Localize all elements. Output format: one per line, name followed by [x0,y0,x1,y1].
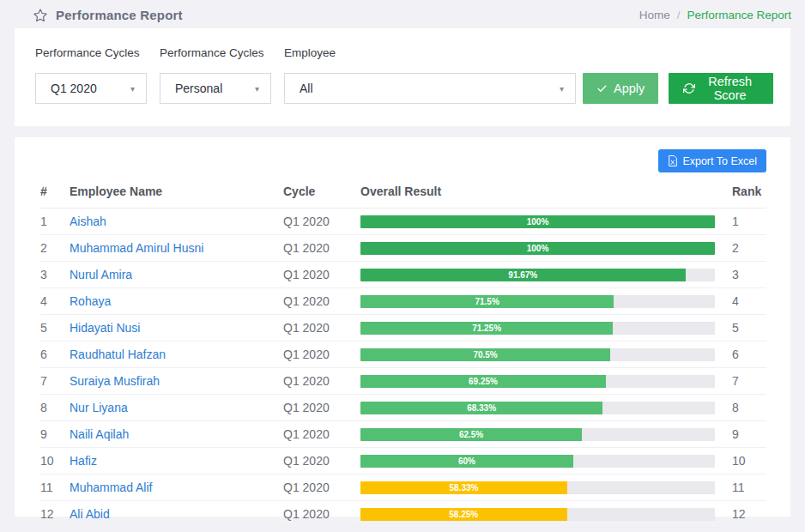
progress-bar-fill: 100% [360,242,715,255]
employee-name-link[interactable]: Nurul Amira [70,268,132,281]
export-to-excel-button[interactable]: Export To Excel [658,149,766,172]
apply-button[interactable]: Apply [583,73,658,104]
row-cycle: Q1 2020 [283,368,360,395]
check-icon [596,83,608,94]
report-table-card: Export To Excel # Employee Name Cycle Ov… [15,137,790,517]
row-rank: 5 [723,315,766,342]
cycle-type-label: Performance Cycles [160,46,271,59]
column-header-result: Overall Result [360,179,723,209]
cycle-type-value: Personal [175,82,222,95]
performance-cycle-select[interactable]: Q1 2020 ▾ [35,73,147,104]
row-number: 6 [40,342,70,368]
row-cycle: Q1 2020 [283,501,360,528]
progress-bar-track: 70.5% [360,348,715,361]
row-cycle: Q1 2020 [283,342,360,368]
row-rank: 12 [723,501,766,528]
row-rank: 4 [723,288,766,315]
progress-bar-track: 71.25% [360,322,715,335]
performance-table: # Employee Name Cycle Overall Result Ran… [40,179,766,528]
breadcrumb-separator: / [677,9,681,21]
row-number: 1 [40,209,70,235]
table-row: 3 Nurul Amira Q1 2020 91.67% 3 [40,262,766,288]
progress-bar-fill: 58.33% [360,481,567,494]
row-number: 3 [40,262,70,288]
progress-percent-label: 68.33% [467,403,496,413]
row-rank: 9 [723,421,766,448]
favorite-star-icon[interactable] [33,8,48,23]
employee-name-link[interactable]: Nur Liyana [70,401,128,414]
progress-bar-fill: 60% [360,455,573,468]
employee-name-link[interactable]: Ali Abid [70,507,110,521]
employee-name-link[interactable]: Raudhatul Hafzan [70,348,166,361]
progress-percent-label: 62.5% [459,430,483,439]
progress-percent-label: 58.25% [449,510,478,519]
row-cycle: Q1 2020 [283,448,360,475]
employee-name-link[interactable]: Muhammad Alif [70,481,152,494]
row-rank: 2 [723,235,766,262]
breadcrumb-home-link[interactable]: Home [639,9,670,21]
progress-bar-fill: 69.25% [360,375,606,388]
table-row: 4 Rohaya Q1 2020 71.5% 4 [40,288,766,315]
performance-cycle-value: Q1 2020 [51,82,97,95]
column-header-employee: Employee Name [70,179,283,209]
row-cycle: Q1 2020 [283,421,360,448]
row-rank: 11 [723,475,766,501]
row-rank: 8 [723,395,766,421]
filter-card: Performance Cycles Q1 2020 ▾ Performance… [15,28,790,126]
progress-bar-fill: 71.5% [360,295,614,308]
row-rank: 1 [723,209,766,235]
table-row: 10 Hafiz Q1 2020 60% 10 [40,448,766,475]
row-rank: 6 [723,342,766,368]
employee-name-link[interactable]: Hidayati Nusi [70,321,140,335]
row-rank: 7 [723,368,766,395]
progress-percent-label: 58.33% [449,483,478,493]
progress-bar-track: 91.67% [360,269,715,281]
chevron-down-icon: ▾ [255,84,259,94]
table-row: 9 Naili Aqilah Q1 2020 62.5% 9 [40,421,766,448]
employee-name-link[interactable]: Aishah [70,215,106,228]
table-row: 8 Nur Liyana Q1 2020 68.33% 8 [40,395,766,421]
cycle-type-select[interactable]: Personal ▾ [160,73,271,104]
table-row: 12 Ali Abid Q1 2020 58.25% 12 [40,501,766,528]
row-cycle: Q1 2020 [283,395,360,421]
table-row: 7 Suraiya Musfirah Q1 2020 69.25% 7 [40,368,766,395]
progress-percent-label: 69.25% [469,377,498,386]
employee-name-link[interactable]: Hafiz [70,454,97,468]
page-title: Performance Report [56,8,183,22]
row-number: 4 [40,288,70,315]
progress-bar-track: 100% [360,215,715,228]
export-to-excel-label: Export To Excel [682,155,757,167]
refresh-score-button[interactable]: Refresh Score [669,73,773,104]
employee-value: All [300,82,313,95]
progress-bar-fill: 62.5% [360,428,582,441]
progress-bar-fill: 91.67% [360,269,686,281]
employee-name-link[interactable]: Rohaya [70,294,111,308]
apply-button-label: Apply [614,82,645,95]
table-row: 2 Muhammad Amirul Husni Q1 2020 100% 2 [40,235,766,262]
row-number: 2 [40,235,70,262]
table-header-row: # Employee Name Cycle Overall Result Ran… [40,179,766,209]
progress-bar-track: 58.25% [360,508,715,521]
employee-name-link[interactable]: Naili Aqilah [70,427,129,441]
progress-bar-track: 100% [360,242,715,255]
row-number: 10 [40,448,70,475]
row-cycle: Q1 2020 [283,288,360,315]
progress-bar-track: 62.5% [360,428,715,441]
progress-bar-track: 69.25% [360,375,715,388]
column-header-rank: Rank [723,179,766,209]
progress-percent-label: 71.25% [472,323,501,333]
refresh-score-label: Refresh Score [701,75,759,102]
row-rank: 3 [723,262,766,288]
employee-name-link[interactable]: Muhammad Amirul Husni [70,241,203,255]
table-row: 6 Raudhatul Hafzan Q1 2020 70.5% 6 [40,342,766,368]
table-body: 1 Aishah Q1 2020 100% 1 2 Muhammad Amiru… [40,209,766,528]
row-number: 11 [40,475,70,501]
employee-select[interactable]: All ▾ [284,73,576,104]
row-cycle: Q1 2020 [283,475,360,501]
employee-name-link[interactable]: Suraiya Musfirah [70,374,160,388]
progress-bar-fill: 58.25% [360,508,567,521]
progress-bar-fill: 100% [360,215,715,228]
row-rank: 10 [723,448,766,475]
breadcrumb-current: Performance Report [687,9,791,21]
performance-cycles-label: Performance Cycles [35,46,147,59]
